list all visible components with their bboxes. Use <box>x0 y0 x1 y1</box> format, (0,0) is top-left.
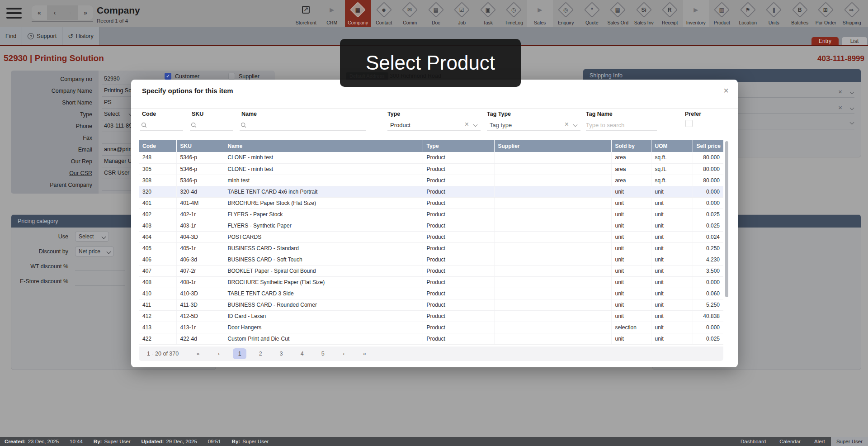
page-button-1[interactable]: 1 <box>233 348 246 359</box>
toolbar-item-pur-order[interactable]: ⊞Pur Order <box>813 0 839 27</box>
toolbar-item-quote[interactable]: “Quote <box>579 0 605 27</box>
toolbar-item-contact[interactable]: ☻Contact <box>371 0 397 27</box>
table-row[interactable]: 2485346-pCLONE - minh testProductareasq.… <box>139 152 723 163</box>
toolbar-item-task[interactable]: ▣Task <box>475 0 501 27</box>
field-label-our-rep[interactable]: Our Rep <box>11 156 99 167</box>
field-label-our-csr[interactable]: Our CSR <box>11 167 99 179</box>
clear-icon[interactable]: × <box>838 104 842 111</box>
table-cell <box>494 163 611 175</box>
toolbar-item-sales[interactable]: ▶Sales <box>527 0 553 27</box>
prev-page-button[interactable]: ‹ <box>212 348 226 359</box>
supplier-checkbox[interactable] <box>228 73 235 80</box>
toolbar-item-crm[interactable]: ▶CRM <box>319 0 345 27</box>
code-filter-input[interactable] <box>140 120 183 131</box>
column-header-type[interactable]: Type <box>423 140 494 152</box>
table-row[interactable]: 320320-4dTABLE TENT CARD 4x6 inch Portra… <box>139 186 723 197</box>
list-tab[interactable]: List <box>842 37 867 45</box>
scrollbar-thumb[interactable] <box>725 141 728 297</box>
toolbar-item-location[interactable]: ⚑Location <box>735 0 761 27</box>
toolbar-item-sales-ord[interactable]: ▤Sales Ord <box>605 0 631 27</box>
customer-checkbox[interactable]: ✓ <box>165 73 171 80</box>
last-page-button[interactable]: » <box>358 348 371 359</box>
tag-name-input[interactable] <box>586 122 657 128</box>
column-header-sold-by[interactable]: Sold by <box>611 140 651 152</box>
prefer-checkbox[interactable] <box>685 120 693 127</box>
support-menu-item[interactable]: ?Support <box>22 27 62 45</box>
hamburger-menu-icon[interactable] <box>6 8 22 21</box>
discount-by-select[interactable]: Net price <box>75 247 114 256</box>
current-user-button[interactable]: Super User <box>831 437 868 446</box>
toolbar-item-batches[interactable]: BBatches <box>787 0 813 27</box>
type-filter-select[interactable]: Product × <box>387 120 481 131</box>
table-scrollbar[interactable] <box>725 141 728 345</box>
page-button-5[interactable]: 5 <box>316 348 330 359</box>
table-row[interactable]: 412412-5DID Card - LexanProductunitunit4… <box>139 310 723 322</box>
table-row[interactable]: 406406-3dBUSINESS CARD - Soft TouchProdu… <box>139 254 723 265</box>
table-row[interactable]: 404404-3DPOSTCARDSProductunitunit0.024 <box>139 231 723 242</box>
clear-icon[interactable]: × <box>565 121 569 128</box>
wt-discount-input[interactable] <box>75 262 125 271</box>
column-header-supplier[interactable]: Supplier <box>494 140 611 152</box>
toolbar-item-units[interactable]: ∥Units <box>761 0 787 27</box>
page-button-4[interactable]: 4 <box>295 348 309 359</box>
first-page-button[interactable]: « <box>191 348 205 359</box>
table-row[interactable]: 402402-1rFLYERS - Paper StockProductunit… <box>139 209 723 220</box>
chevron-down-icon[interactable] <box>473 123 478 127</box>
table-row[interactable]: 403403-1rFLYERS - Synthetic PaperProduct… <box>139 220 723 231</box>
next-page-button[interactable]: › <box>337 348 350 359</box>
history-menu-item[interactable]: ↺History <box>62 27 99 45</box>
first-record-button[interactable]: « <box>32 5 47 20</box>
page-button-2[interactable]: 2 <box>254 348 267 359</box>
table-row[interactable]: 407407-2rBOOKLET Paper - Spiral Coil Bou… <box>139 265 723 276</box>
clear-icon[interactable]: × <box>465 121 469 128</box>
table-row[interactable]: 413413-1rDoor HangersProductselectionuni… <box>139 322 723 333</box>
toolbar-item-storefront[interactable]: ↗Storefront <box>293 0 319 27</box>
dashboard-link[interactable]: Dashboard <box>741 439 766 444</box>
chevron-down-icon[interactable] <box>850 120 854 125</box>
tag-type-filter-select[interactable]: Tag type × <box>487 120 580 131</box>
last-record-button[interactable]: » <box>78 5 93 20</box>
table-row[interactable]: 3085346-pminh testProductareasq.ft.80.00… <box>139 175 723 186</box>
table-row[interactable]: 411411-3DBUSINESS CARD - Rounded CornerP… <box>139 299 723 310</box>
table-cell <box>494 242 611 254</box>
table-row[interactable]: 422422-4dCustom Print and Die-CutProduct… <box>139 333 723 344</box>
e-store-discount-input[interactable] <box>75 277 125 286</box>
toolbar-item-enquiry[interactable]: ◎Enquiry <box>553 0 579 27</box>
name-filter-input[interactable] <box>240 120 366 131</box>
table-row[interactable]: 408408-1rBROCHURE Synthetic Paper (Flat … <box>139 276 723 288</box>
chevron-down-icon[interactable] <box>850 90 854 95</box>
table-row[interactable]: 410410-3DTABLE TENT CARD 3 SideProductun… <box>139 288 723 299</box>
next-record-button[interactable]: › <box>62 5 78 20</box>
entry-tab[interactable]: Entry <box>811 37 839 45</box>
toolbar-item-sales-inv[interactable]: SiSales Inv <box>631 0 657 27</box>
column-header-sku[interactable]: SKU <box>176 140 224 152</box>
company-phone[interactable]: 403-111-8999 <box>817 54 864 63</box>
toolbar-item-inventory[interactable]: ▶Inventory <box>683 0 709 27</box>
close-icon[interactable]: × <box>723 86 729 95</box>
column-header-sell-price[interactable]: Sell price <box>693 140 723 152</box>
chevron-down-icon[interactable] <box>850 106 854 110</box>
toolbar-item-product[interactable]: ▥Product <box>709 0 735 27</box>
alert-link[interactable]: Alert <box>814 439 825 444</box>
toolbar-item-comm[interactable]: ✉Comm <box>397 0 423 27</box>
toolbar-item-company[interactable]: ▦Company <box>345 0 371 27</box>
sku-filter-input[interactable] <box>190 120 233 131</box>
column-header-code[interactable]: Code <box>139 140 176 152</box>
table-row[interactable]: 405405-1rBUSINESS CARD - StandardProduct… <box>139 242 723 254</box>
toolbar-item-doc[interactable]: ▤Doc <box>423 0 449 27</box>
find-menu-item[interactable]: Find <box>0 27 22 45</box>
clear-icon[interactable]: × <box>838 88 842 95</box>
use-select[interactable]: Select <box>75 232 109 242</box>
toolbar-item-timelog[interactable]: ◷TimeLog <box>501 0 527 27</box>
table-row[interactable]: 401401-4MBROCHURE Paper Stock (Flat Size… <box>139 197 723 209</box>
calendar-link[interactable]: Calendar <box>779 439 801 444</box>
prev-record-button[interactable]: ‹ <box>47 5 62 20</box>
toolbar-item-receipt[interactable]: RReceipt <box>657 0 683 27</box>
toolbar-item-job[interactable]: ☑Job <box>449 0 475 27</box>
chevron-down-icon[interactable] <box>573 123 578 127</box>
column-header-name[interactable]: Name <box>224 140 423 152</box>
table-row[interactable]: 3055346-pCLONE - minh testProductareasq.… <box>139 163 723 175</box>
column-header-uom[interactable]: UOM <box>651 140 693 152</box>
page-button-3[interactable]: 3 <box>274 348 288 359</box>
toolbar-item-shipping[interactable]: ⇨Shipping <box>839 0 865 27</box>
